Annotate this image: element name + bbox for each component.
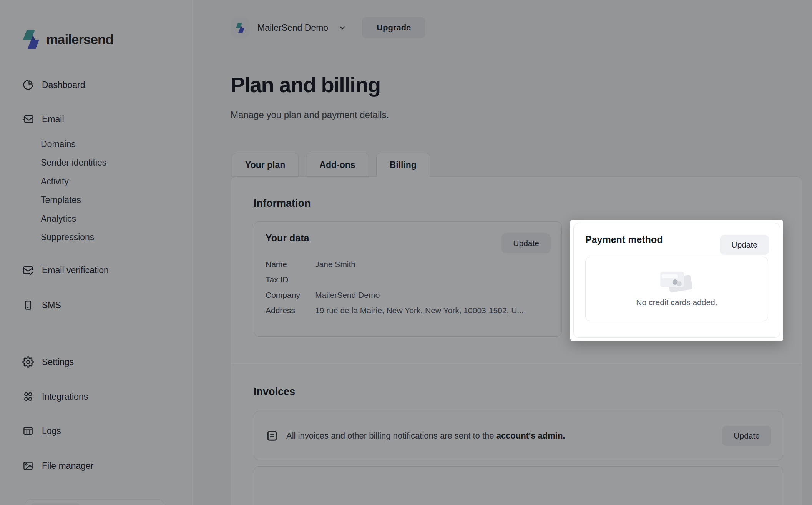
- image-icon: [22, 460, 34, 472]
- envelope-icon: [22, 113, 34, 125]
- payment-empty-state: No credit cards added.: [585, 257, 768, 321]
- page-subtitle: Manage you plan and payment details.: [231, 110, 389, 120]
- sidebar-item-dashboard[interactable]: Dashboard: [22, 78, 85, 91]
- main-content: MailerSend Demo Upgrade Plan and billing…: [193, 0, 812, 505]
- sidebar-item-sender-identities[interactable]: Sender identities: [41, 156, 106, 169]
- sidebar-footer-card[interactable]: [25, 499, 164, 505]
- sidebar-item-file-manager[interactable]: File manager: [22, 459, 93, 472]
- mailersend-logo[interactable]: mailersend: [23, 30, 113, 49]
- sidebar-item-sms[interactable]: SMS: [22, 299, 61, 312]
- sidebar-item-label: Email: [42, 114, 64, 125]
- upgrade-button[interactable]: Upgrade: [362, 17, 425, 38]
- field-row-company: Company MailerSend Demo: [266, 287, 550, 303]
- workspace-name[interactable]: MailerSend Demo: [257, 23, 328, 33]
- sidebar-item-label: Integrations: [42, 392, 88, 402]
- sidebar: mailersend Dashboard Email Domains Sende…: [0, 0, 193, 505]
- smartphone-icon: [22, 299, 34, 311]
- information-heading: Information: [254, 177, 783, 209]
- invoice-notice-card: All invoices and other billing notificat…: [254, 411, 783, 460]
- sidebar-footer-chip: [30, 503, 80, 505]
- sidebar-item-email[interactable]: Email: [22, 113, 64, 126]
- chevron-down-icon[interactable]: [338, 23, 347, 32]
- sidebar-item-label: SMS: [42, 300, 61, 311]
- mailersend-logo-icon: [23, 30, 39, 49]
- your-data-card: Your data Update Name Jane Smith Tax ID …: [254, 221, 562, 337]
- sidebar-item-settings[interactable]: Settings: [22, 355, 74, 369]
- workspace-avatar[interactable]: [231, 18, 250, 37]
- sidebar-item-templates[interactable]: Templates: [41, 194, 81, 206]
- your-data-update-button[interactable]: Update: [501, 233, 551, 253]
- sidebar-item-email-verification[interactable]: Email verification: [22, 264, 109, 277]
- your-data-fields: Name Jane Smith Tax ID Company MailerSen…: [266, 257, 550, 318]
- invoice-update-button[interactable]: Update: [722, 426, 771, 446]
- tab-billing[interactable]: Billing: [376, 153, 430, 177]
- billing-tab-panel: Information Your data Update Name Jane S…: [231, 176, 802, 505]
- tab-add-ons[interactable]: Add-ons: [306, 153, 369, 177]
- invoice-list-card: [254, 466, 783, 505]
- logo-wordmark: mailersend: [46, 32, 113, 47]
- invoices-heading: Invoices: [254, 386, 783, 398]
- field-row-tax-id: Tax ID: [266, 272, 550, 287]
- tab-bar: Your plan Add-ons Billing: [232, 153, 437, 177]
- section-divider: [231, 365, 802, 365]
- sidebar-item-integrations[interactable]: Integrations: [22, 390, 88, 403]
- sidebar-item-label: Settings: [42, 357, 74, 367]
- sidebar-item-activity[interactable]: Activity: [41, 175, 69, 188]
- page-title: Plan and billing: [231, 72, 380, 97]
- sidebar-item-suppressions[interactable]: Suppressions: [41, 231, 94, 243]
- invoice-notice-text: All invoices and other billing notificat…: [286, 431, 565, 441]
- mailersend-glyph-icon: [236, 23, 244, 33]
- sidebar-item-logs[interactable]: Logs: [22, 424, 61, 437]
- sidebar-item-label: Logs: [42, 426, 61, 436]
- payment-method-update-button[interactable]: Update: [720, 235, 769, 255]
- tab-your-plan[interactable]: Your plan: [232, 153, 299, 177]
- no-cards-text: No credit cards added.: [636, 298, 717, 307]
- payment-method-spotlight: Payment method Update No credit cards ad…: [570, 220, 783, 341]
- credit-cards-icon: [660, 271, 693, 293]
- invoice-doc-icon: [266, 429, 279, 442]
- table-icon: [22, 425, 34, 437]
- topbar: MailerSend Demo Upgrade: [231, 17, 425, 38]
- sidebar-item-label: Dashboard: [42, 80, 85, 90]
- sidebar-item-domains[interactable]: Domains: [41, 138, 76, 150]
- field-row-name: Name Jane Smith: [266, 257, 550, 272]
- envelope-check-icon: [22, 264, 34, 276]
- payment-method-card: Payment method Update No credit cards ad…: [573, 223, 780, 338]
- integrations-icon: [22, 390, 34, 403]
- sidebar-item-label: File manager: [42, 461, 93, 471]
- sidebar-item-analytics[interactable]: Analytics: [41, 213, 76, 225]
- information-row: Your data Update Name Jane Smith Tax ID …: [254, 221, 783, 341]
- gear-icon: [22, 356, 34, 368]
- pie-chart-icon: [22, 79, 34, 91]
- field-row-address: Address 19 rue de la Mairie, New York, N…: [266, 303, 550, 318]
- sidebar-item-label: Email verification: [42, 265, 109, 276]
